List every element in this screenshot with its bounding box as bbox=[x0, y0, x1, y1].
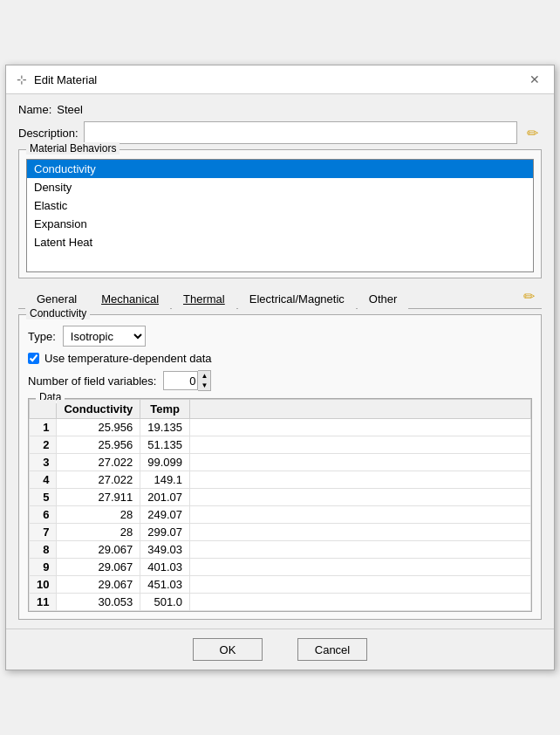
row-conductivity: 25.956 bbox=[57, 436, 140, 454]
row-conductivity: 28 bbox=[57, 506, 140, 524]
table-row[interactable]: 5 27.911 201.07 bbox=[30, 489, 531, 506]
behavior-item-latent-heat[interactable]: Latent Heat bbox=[27, 233, 533, 251]
temp-dependent-label[interactable]: Use temperature-dependent data bbox=[44, 352, 212, 365]
table-row[interactable]: 7 28 299.07 bbox=[30, 524, 531, 541]
ok-button[interactable]: OK bbox=[193, 638, 263, 661]
description-row: Description: ✏ bbox=[18, 121, 542, 144]
row-conductivity: 27.911 bbox=[57, 489, 140, 506]
data-table-scroll[interactable]: Conductivity Temp 1 25.956 19.135 2 25.9… bbox=[29, 399, 531, 611]
name-label: Name: bbox=[18, 103, 51, 116]
data-table: Conductivity Temp 1 25.956 19.135 2 25.9… bbox=[29, 399, 531, 611]
row-conductivity: 27.022 bbox=[57, 454, 140, 471]
close-button[interactable]: ✕ bbox=[524, 71, 545, 88]
row-temp: 99.099 bbox=[140, 454, 190, 471]
col-header-empty bbox=[189, 400, 530, 419]
row-conductivity: 25.956 bbox=[57, 419, 140, 436]
field-vars-spinner: ▲ ▼ bbox=[163, 370, 211, 391]
table-row[interactable]: 11 30.053 501.0 bbox=[30, 594, 531, 611]
row-num: 2 bbox=[30, 436, 57, 454]
description-input[interactable] bbox=[84, 121, 517, 144]
table-row[interactable]: 2 25.956 51.135 bbox=[30, 436, 531, 454]
material-behaviors-group: Material Behaviors Conductivity Density … bbox=[18, 149, 542, 278]
row-num: 11 bbox=[30, 594, 57, 611]
behavior-item-elastic[interactable]: Elastic bbox=[27, 196, 533, 215]
row-temp: 249.07 bbox=[140, 506, 190, 524]
behaviors-list[interactable]: Conductivity Density Elastic Expansion L… bbox=[26, 159, 534, 272]
table-row[interactable]: 6 28 249.07 bbox=[30, 506, 531, 524]
row-temp: 51.135 bbox=[140, 436, 190, 454]
type-select[interactable]: Isotropic Orthotropic Anisotropic bbox=[63, 326, 146, 347]
row-empty bbox=[189, 524, 530, 541]
behavior-item-expansion[interactable]: Expansion bbox=[27, 215, 533, 233]
row-temp: 19.135 bbox=[140, 419, 190, 436]
behavior-item-density[interactable]: Density bbox=[27, 178, 533, 196]
spinner-up-button[interactable]: ▲ bbox=[198, 371, 210, 381]
field-vars-input[interactable] bbox=[163, 371, 198, 390]
row-empty bbox=[189, 489, 530, 506]
edit-material-dialog: ⊹ Edit Material ✕ Name: Steel Descriptio… bbox=[5, 65, 555, 670]
tab-other[interactable]: Other bbox=[358, 288, 409, 309]
table-row[interactable]: 3 27.022 99.099 bbox=[30, 454, 531, 471]
col-header-num bbox=[30, 400, 57, 419]
row-empty bbox=[189, 576, 530, 594]
row-temp: 501.0 bbox=[140, 594, 190, 611]
row-empty bbox=[189, 454, 530, 471]
col-header-temp: Temp bbox=[140, 400, 190, 419]
cancel-button[interactable]: Cancel bbox=[297, 638, 367, 661]
table-row[interactable]: 10 29.067 451.03 bbox=[30, 576, 531, 594]
name-value: Steel bbox=[57, 103, 83, 116]
row-empty bbox=[189, 541, 530, 559]
row-num: 3 bbox=[30, 454, 57, 471]
spinner-buttons: ▲ ▼ bbox=[198, 370, 211, 391]
table-row[interactable]: 9 29.067 401.03 bbox=[30, 559, 531, 576]
spinner-down-button[interactable]: ▼ bbox=[198, 381, 210, 390]
dialog-footer: OK Cancel bbox=[6, 629, 554, 670]
data-group: Data Conductivity Temp 1 bbox=[28, 398, 532, 612]
description-pencil-button[interactable]: ✏ bbox=[522, 123, 542, 142]
conductivity-section-title: Conductivity bbox=[26, 307, 90, 319]
dialog-body: Name: Steel Description: ✏ Material Beha… bbox=[6, 94, 554, 629]
row-conductivity: 29.067 bbox=[57, 541, 140, 559]
row-conductivity: 27.022 bbox=[57, 471, 140, 489]
title-bar: ⊹ Edit Material ✕ bbox=[6, 65, 554, 94]
tab-electrical-magnetic[interactable]: Electrical/Magnetic bbox=[238, 288, 356, 309]
table-row[interactable]: 8 29.067 349.03 bbox=[30, 541, 531, 559]
conductivity-section: Conductivity Type: Isotropic Orthotropic… bbox=[18, 314, 542, 620]
row-conductivity: 28 bbox=[57, 524, 140, 541]
col-header-conductivity: Conductivity bbox=[57, 400, 140, 419]
row-temp: 451.03 bbox=[140, 576, 190, 594]
row-empty bbox=[189, 471, 530, 489]
row-empty bbox=[189, 506, 530, 524]
material-behaviors-title: Material Behaviors bbox=[26, 142, 120, 155]
behavior-item-conductivity[interactable]: Conductivity bbox=[27, 160, 533, 178]
dialog-title: Edit Material bbox=[34, 73, 97, 86]
row-num: 9 bbox=[30, 559, 57, 576]
row-temp: 401.03 bbox=[140, 559, 190, 576]
row-temp: 201.07 bbox=[140, 489, 190, 506]
row-num: 7 bbox=[30, 524, 57, 541]
row-temp: 299.07 bbox=[140, 524, 190, 541]
row-temp: 149.1 bbox=[140, 471, 190, 489]
tab-thermal[interactable]: Thermal bbox=[172, 288, 236, 309]
row-empty bbox=[189, 436, 530, 454]
row-num: 6 bbox=[30, 506, 57, 524]
field-vars-label: Number of field variables: bbox=[28, 374, 156, 388]
row-empty bbox=[189, 419, 530, 436]
row-conductivity: 29.067 bbox=[57, 576, 140, 594]
table-row[interactable]: 1 25.956 19.135 bbox=[30, 419, 531, 436]
temp-dependent-checkbox[interactable] bbox=[28, 353, 39, 364]
title-bar-left: ⊹ Edit Material bbox=[15, 72, 97, 86]
row-num: 4 bbox=[30, 471, 57, 489]
tab-mechanical[interactable]: Mechanical bbox=[90, 288, 170, 309]
tab-bar: General Mechanical Thermal Electrical/Ma… bbox=[18, 284, 542, 309]
tab-pencil-button[interactable]: ✏ bbox=[523, 288, 535, 308]
row-num: 8 bbox=[30, 541, 57, 559]
tab-general[interactable]: General bbox=[25, 288, 88, 309]
row-empty bbox=[189, 594, 530, 611]
dialog-icon: ⊹ bbox=[15, 72, 29, 86]
temp-dependent-row: Use temperature-dependent data bbox=[28, 352, 532, 365]
name-row: Name: Steel bbox=[18, 103, 542, 116]
description-label: Description: bbox=[18, 127, 79, 140]
row-num: 1 bbox=[30, 419, 57, 436]
table-row[interactable]: 4 27.022 149.1 bbox=[30, 471, 531, 489]
